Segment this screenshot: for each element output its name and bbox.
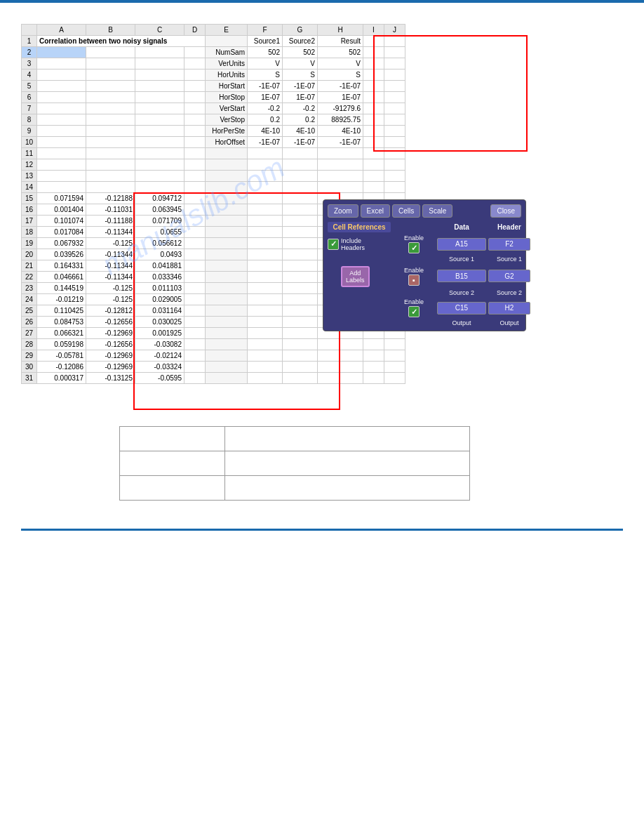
- cell-14-7[interactable]: [318, 182, 363, 193]
- cell-7-2[interactable]: [135, 103, 185, 114]
- source1-data-cell[interactable]: A15: [437, 238, 486, 251]
- cell-14-0[interactable]: [37, 182, 86, 193]
- cell-19-4[interactable]: [206, 238, 248, 249]
- cell-9-0[interactable]: [37, 126, 86, 137]
- cell-8-5[interactable]: 0.2: [248, 114, 283, 126]
- cell-26-2[interactable]: 0.030025: [135, 317, 185, 328]
- cell-29-8[interactable]: [363, 350, 384, 362]
- cell-17-5[interactable]: [248, 216, 283, 227]
- cell-8-8[interactable]: [363, 114, 384, 126]
- cell-30-1[interactable]: -0.12969: [86, 362, 135, 373]
- cell-18-5[interactable]: [248, 227, 283, 238]
- cell-31-0[interactable]: 0.000317: [37, 373, 86, 384]
- cell-25-2[interactable]: 0.031164: [135, 305, 185, 317]
- cell-7-1[interactable]: [86, 103, 135, 114]
- cell-31-8[interactable]: [363, 373, 384, 384]
- cell-5-0[interactable]: [37, 81, 86, 92]
- cell-23-4[interactable]: [206, 283, 248, 294]
- zoom-button[interactable]: Zoom: [328, 204, 358, 218]
- cell-4-7[interactable]: S: [318, 70, 363, 81]
- cell-16-3[interactable]: [185, 204, 206, 216]
- cell-10-8[interactable]: [363, 137, 384, 148]
- cell-30-3[interactable]: [185, 362, 206, 373]
- cell-11-6[interactable]: [283, 148, 318, 159]
- cell-3-1[interactable]: [86, 58, 135, 70]
- cell-12-3[interactable]: [185, 159, 206, 171]
- cell-15-1[interactable]: -0.12188: [86, 193, 135, 204]
- cell-19-5[interactable]: [248, 238, 283, 249]
- cell-28-9[interactable]: [384, 339, 405, 350]
- cell-30-9[interactable]: [384, 362, 405, 373]
- cell-24-4[interactable]: [206, 294, 248, 305]
- cell-16-4[interactable]: [206, 204, 248, 216]
- cell-12-5[interactable]: [248, 159, 283, 171]
- cell-16-1[interactable]: -0.11031: [86, 204, 135, 216]
- cell-1-0[interactable]: Correlation between two noisy signals: [37, 36, 206, 47]
- cell-4-8[interactable]: [363, 70, 384, 81]
- cell-22-3[interactable]: [185, 272, 206, 283]
- cell-13-9[interactable]: [384, 171, 405, 182]
- source2-header-cell[interactable]: G2: [488, 270, 530, 282]
- cell-10-9[interactable]: [384, 137, 405, 148]
- cell-10-6[interactable]: -1E-07: [283, 137, 318, 148]
- cell-7-4[interactable]: VerStart: [206, 103, 248, 114]
- cell-6-0[interactable]: [37, 92, 86, 103]
- cell-14-6[interactable]: [283, 182, 318, 193]
- cell-2-2[interactable]: [135, 47, 185, 58]
- cell-3-5[interactable]: V: [248, 58, 283, 70]
- cell-27-3[interactable]: [185, 328, 206, 339]
- cell-19-2[interactable]: 0.056612: [135, 238, 185, 249]
- source1-enable-checkbox[interactable]: ✓: [408, 242, 420, 253]
- cell-10-3[interactable]: [185, 137, 206, 148]
- cell-13-4[interactable]: [206, 171, 248, 182]
- cell-15-4[interactable]: [206, 193, 248, 204]
- cell-12-1[interactable]: [86, 159, 135, 171]
- cell-17-3[interactable]: [185, 216, 206, 227]
- cell-18-1[interactable]: -0.11344: [86, 227, 135, 238]
- cell-22-5[interactable]: [248, 272, 283, 283]
- cell-30-7[interactable]: [318, 362, 363, 373]
- cell-27-0[interactable]: 0.066321: [37, 328, 86, 339]
- cell-14-1[interactable]: [86, 182, 135, 193]
- cell-9-1[interactable]: [86, 126, 135, 137]
- cell-3-0[interactable]: [37, 58, 86, 70]
- cell-7-9[interactable]: [384, 103, 405, 114]
- cell-14-5[interactable]: [248, 182, 283, 193]
- cell-8-0[interactable]: [37, 114, 86, 126]
- cell-11-9[interactable]: [384, 148, 405, 159]
- cell-7-3[interactable]: [185, 103, 206, 114]
- cell-4-1[interactable]: [86, 70, 135, 81]
- cell-31-4[interactable]: [206, 373, 248, 384]
- cell-2-0[interactable]: [37, 47, 86, 58]
- cell-25-3[interactable]: [185, 305, 206, 317]
- cell-30-4[interactable]: [206, 362, 248, 373]
- cell-16-6[interactable]: [283, 204, 318, 216]
- cell-10-1[interactable]: [86, 137, 135, 148]
- cell-18-2[interactable]: 0.0655: [135, 227, 185, 238]
- cell-13-3[interactable]: [185, 171, 206, 182]
- cell-6-6[interactable]: 1E-07: [283, 92, 318, 103]
- cell-28-1[interactable]: -0.12656: [86, 339, 135, 350]
- scale-button[interactable]: Scale: [422, 204, 452, 218]
- cell-6-4[interactable]: HorStop: [206, 92, 248, 103]
- cell-18-6[interactable]: [283, 227, 318, 238]
- cell-1-8[interactable]: [363, 36, 384, 47]
- cell-7-6[interactable]: -0.2: [283, 103, 318, 114]
- cell-26-1[interactable]: -0.12656: [86, 317, 135, 328]
- cell-4-0[interactable]: [37, 70, 86, 81]
- cell-25-5[interactable]: [248, 305, 283, 317]
- cell-11-2[interactable]: [135, 148, 185, 159]
- cell-11-5[interactable]: [248, 148, 283, 159]
- cell-28-0[interactable]: 0.059198: [37, 339, 86, 350]
- cell-5-3[interactable]: [185, 81, 206, 92]
- cell-15-5[interactable]: [248, 193, 283, 204]
- cell-14-8[interactable]: [363, 182, 384, 193]
- cell-7-0[interactable]: [37, 103, 86, 114]
- cell-29-2[interactable]: -0.02124: [135, 350, 185, 362]
- cell-12-9[interactable]: [384, 159, 405, 171]
- cell-18-4[interactable]: [206, 227, 248, 238]
- cell-17-4[interactable]: [206, 216, 248, 227]
- cell-14-4[interactable]: [206, 182, 248, 193]
- cell-7-8[interactable]: [363, 103, 384, 114]
- cell-21-1[interactable]: -0.11344: [86, 260, 135, 272]
